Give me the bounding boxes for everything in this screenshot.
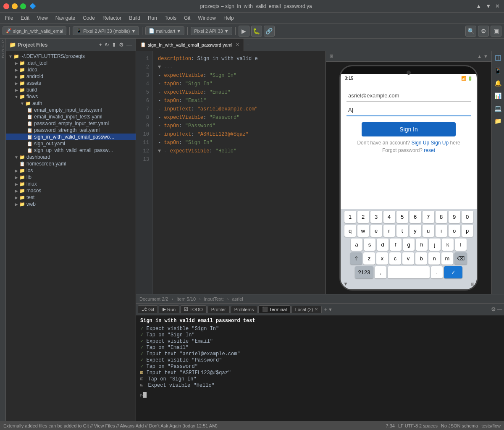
tree-dashboard[interactable]: ▼ 📁 dashboard [6,154,136,160]
menu-git[interactable]: Git [181,14,194,22]
kb-6[interactable]: 6 [410,211,421,223]
chevron-up-icon[interactable]: ▲ [476,3,481,9]
kb-grid-icon[interactable]: ⊞ [471,282,474,286]
kb-shift[interactable]: ⇧ [350,252,362,265]
tree-flows[interactable]: ▼ 📁 flows [6,93,136,100]
tree-build[interactable]: ▶ 📁 build [6,87,136,93]
debug-button[interactable]: 🐛 [251,26,262,37]
tab-problems[interactable]: Problems [231,306,257,313]
tree-email-invalid[interactable]: 📋 email_invalid_input_tests.yaml [6,113,136,120]
menu-edit[interactable]: Edit [17,14,33,22]
kb-delete[interactable]: ⌫ [454,252,467,265]
kb-w[interactable]: w [357,225,369,237]
kb-r[interactable]: r [383,225,395,237]
tree-password-strength[interactable]: 📋 password_strength_test.yaml [6,127,136,134]
close-button[interactable] [3,3,9,9]
activity-bookmarks[interactable]: B [1,49,5,52]
phone-email-field[interactable]: asriel@example.com [346,90,471,102]
sidebar-settings-icon[interactable]: ⚙ [119,42,124,48]
kb-t[interactable]: t [396,225,408,237]
kb-0[interactable]: 0 [462,211,473,223]
kb-4[interactable]: 4 [383,211,395,223]
sidebar-add-icon[interactable]: + [99,42,102,48]
kb-e[interactable]: e [370,225,382,237]
kb-h[interactable]: h [416,239,428,251]
tab-git[interactable]: ⎇ Git [138,305,158,313]
kb-m[interactable]: m [441,252,453,265]
tree-assets[interactable]: ▶ 📁 assets [6,80,136,87]
menu-build[interactable]: Build [126,14,144,22]
kb-n[interactable]: n [428,252,440,265]
menu-help[interactable]: Help [220,14,237,22]
rs-flutter-inspector[interactable] [493,53,503,63]
minimize-button[interactable] [12,3,18,9]
rs-device-manager[interactable]: 📱 [493,66,503,76]
layout-button[interactable]: ▣ [491,26,501,37]
terminal-minimize-icon[interactable]: — [497,306,502,312]
device-selector[interactable]: 📱 Pixel 2 API 33 (mobile) ▼ [73,26,139,35]
phone-password-field[interactable]: A| [346,104,471,116]
kb-l[interactable]: l [455,239,467,251]
kb-i[interactable]: i [436,225,447,237]
chevron-down-icon[interactable]: ▼ [486,3,491,9]
kb-k[interactable]: k [442,239,454,251]
kb-space[interactable] [388,266,430,278]
kb-q[interactable]: q [344,225,356,237]
kb-8[interactable]: 8 [436,211,447,223]
close-icon[interactable]: ✕ [495,3,500,9]
kb-1[interactable]: 1 [344,211,356,223]
tree-android[interactable]: ▶ 📁 android [6,73,136,80]
phone-sign-in-btn[interactable]: Sign In [362,122,456,136]
kb-v[interactable]: v [402,252,414,265]
tab-local[interactable]: Local (2) ✕ [291,306,322,313]
terminal-settings-icon[interactable]: ⚙ [491,306,496,312]
search-button[interactable]: 🔍 [465,26,476,37]
tab-more-options[interactable]: ⋮ [246,42,250,47]
kb-y[interactable]: y [410,225,421,237]
fold-12[interactable]: ▼ [158,147,161,155]
tree-lib[interactable]: ▶ 📁 lib [6,174,136,181]
menu-file[interactable]: File [2,14,16,22]
rs-notifications[interactable]: 🔔 [493,78,503,88]
tab-todo[interactable]: ☑ TODO [180,305,207,313]
code-view[interactable]: description: Sign in with valid e ▼ --- … [153,51,326,294]
attach-button[interactable]: 🔗 [264,26,275,37]
emulator-selector[interactable]: Pixel 2 API 33 ▼ [191,27,232,35]
tree-sign-out[interactable]: 📋 sign_out.yaml [6,140,136,147]
kb-d[interactable]: d [377,239,388,251]
menu-tools[interactable]: Tools [161,14,180,22]
new-tab-icon[interactable]: + [324,306,328,312]
tree-email-empty[interactable]: 📋 email_empty_input_tests.yaml [6,107,136,113]
tree-homescreen[interactable]: 📋 homescreen.yaml [6,160,136,167]
tree-password-empty[interactable]: 📋 password_empty_input_test.yaml [6,120,136,127]
tree-dart-tool[interactable]: ▶ 📁 .dart_tool [6,60,136,66]
kb-2[interactable]: 2 [357,211,369,223]
settings-button[interactable]: ⚙ [478,26,489,37]
project-selector[interactable]: 🚀 sign_in_with_valid_emai [3,26,66,35]
phone-collapse-icon[interactable]: ▲ [477,54,482,59]
kb-period[interactable]: . [431,266,443,278]
menu-refactor[interactable]: Refactor [99,14,125,22]
kb-comma[interactable]: , [375,266,386,278]
kb-a[interactable]: a [351,239,362,251]
menu-window[interactable]: Window [194,14,219,22]
activity-build[interactable]: Bu [1,53,5,58]
kb-enter[interactable]: ✓ [444,266,462,278]
rs-emulator[interactable]: 💻 [493,103,503,113]
maximize-button[interactable] [20,3,26,9]
tree-macos[interactable]: ▶ 📁 macos [6,187,136,194]
kb-x[interactable]: x [376,252,388,265]
activity-git[interactable]: G [1,45,5,47]
activity-project[interactable]: P [1,40,5,43]
kb-o[interactable]: o [449,225,460,237]
kb-num[interactable]: ?123 [355,266,373,278]
sidebar-close-icon[interactable]: — [126,42,132,48]
kb-3[interactable]: 3 [370,211,382,223]
tree-idea[interactable]: ▶ 📁 .idea [6,66,136,73]
sidebar-collapse-icon[interactable]: ⬆ [112,42,116,48]
kb-c[interactable]: c [389,252,401,265]
tab-dropdown-icon[interactable]: ▼ [328,307,333,312]
tab-close-icon[interactable]: ✕ [236,42,239,47]
tree-linux[interactable]: ▶ 📁 linux [6,181,136,187]
menu-view[interactable]: View [34,14,51,22]
